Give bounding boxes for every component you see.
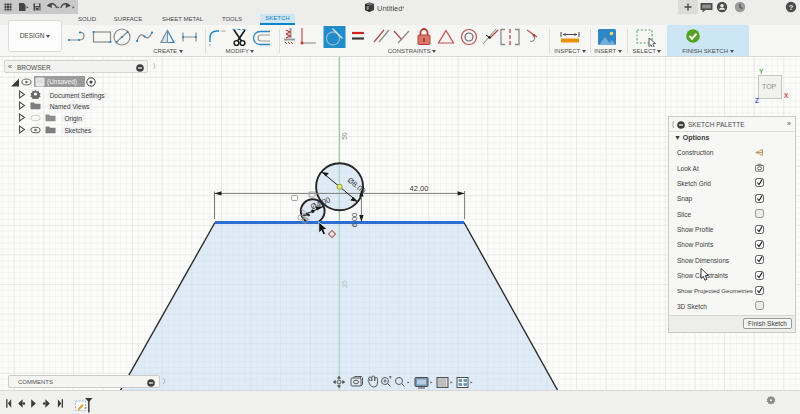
- svg-text:42.00: 42.00: [410, 184, 429, 193]
- svg-text:Untitled*: Untitled*: [377, 4, 404, 13]
- svg-text:?: ?: [789, 3, 794, 12]
- svg-text:6.00: 6.00: [350, 213, 359, 228]
- svg-text:50: 50: [341, 132, 348, 140]
